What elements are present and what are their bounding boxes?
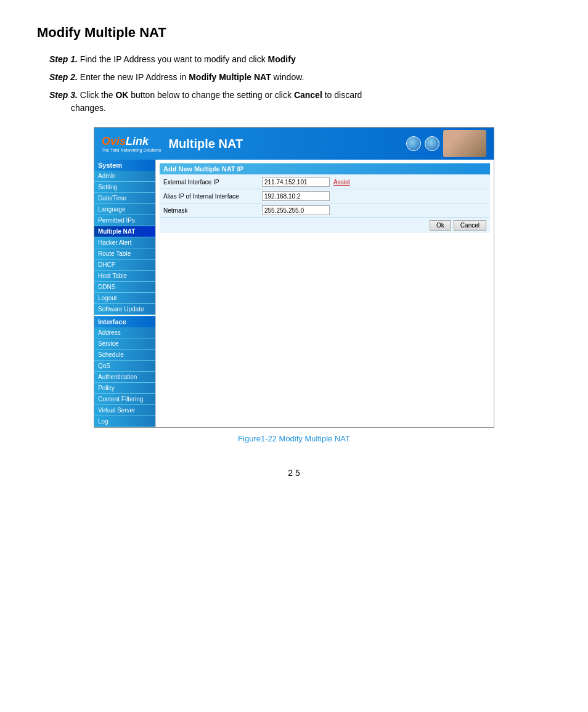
logo-link: Link (126, 135, 149, 147)
sidebar-interface-header: Interface (94, 316, 155, 327)
step-1: Step 1. Find the IP Address you want to … (49, 53, 551, 66)
steps-container: Step 1. Find the IP Address you want to … (37, 53, 551, 115)
step-3-label: Step 3. (49, 90, 78, 100)
router-header: OvisLink The Total Networking Solutions … (94, 128, 494, 160)
step-2-text: Enter the new IP Address in Modify Multi… (80, 72, 304, 82)
sidebar-item-datetime[interactable]: Date/Time (94, 193, 155, 204)
header-photo (443, 130, 486, 157)
sidebar-item-content-filtering[interactable]: Content Filtering (94, 394, 155, 405)
header-icons (406, 130, 486, 157)
form-row-alias-ip: Alias IP of Internal Interface (160, 189, 490, 203)
figure-container: OvisLink The Total Networking Solutions … (37, 127, 551, 443)
sidebar-item-dhcp[interactable]: DHCP (94, 260, 155, 271)
step-1-text: Find the IP Address you want to modify a… (80, 54, 296, 64)
sidebar-item-route-table[interactable]: Route Table (94, 248, 155, 260)
page-number: 2 5 (37, 468, 551, 478)
sidebar-item-permitted-ips[interactable]: Permitted IPs (94, 215, 155, 226)
figure-caption: Figure1-22 Modify Multiple NAT (238, 434, 350, 443)
page-title: Modify Multiple NAT (37, 25, 551, 41)
globe-icon-2 (425, 136, 439, 151)
globe-icon-1 (406, 136, 421, 151)
header-title: Multiple NAT (168, 137, 243, 151)
ok-button[interactable]: Ok (430, 220, 451, 231)
label-netmask: Netmask (163, 207, 262, 214)
label-alias-ip: Alias IP of Internal Interface (163, 193, 262, 200)
logo-subtext: The Total Networking Solutions (102, 148, 161, 152)
main-content: Add New Multiple NAT IP External Interfa… (156, 160, 494, 427)
step-3-text: Click the OK button below to change the … (49, 90, 362, 113)
ovislink-logo: OvisLink The Total Networking Solutions (102, 135, 161, 152)
sidebar-item-authentication[interactable]: Authentication (94, 372, 155, 383)
sidebar: System Admin Setting Date/Time Language … (94, 160, 156, 427)
button-row: Ok Cancel (160, 218, 490, 233)
input-netmask[interactable] (262, 205, 330, 215)
label-external-ip: External Interface IP (163, 179, 262, 186)
sidebar-item-multiple-nat[interactable]: Multiple NAT (94, 226, 155, 237)
logo-ovis: Ovis (102, 135, 126, 147)
sidebar-item-service[interactable]: Service (94, 338, 155, 350)
form-row-external-ip: External Interface IP Assist (160, 175, 490, 189)
router-ui: OvisLink The Total Networking Solutions … (94, 127, 494, 428)
form-section-title: Add New Multiple NAT IP (160, 163, 490, 174)
step-1-label: Step 1. (49, 54, 78, 64)
sidebar-item-admin[interactable]: Admin (94, 171, 155, 182)
sidebar-item-schedule[interactable]: Schedule (94, 350, 155, 361)
sidebar-item-virtual-server[interactable]: Virtual Server (94, 405, 155, 416)
router-body: System Admin Setting Date/Time Language … (94, 160, 494, 427)
sidebar-item-log[interactable]: Log (94, 416, 155, 427)
sidebar-item-software-update[interactable]: Software Update (94, 304, 155, 315)
cancel-button[interactable]: Cancel (454, 220, 486, 231)
step-2-label: Step 2. (49, 72, 78, 82)
sidebar-item-ddns[interactable]: DDNS (94, 282, 155, 293)
form-row-netmask: Netmask (160, 203, 490, 218)
sidebar-item-language[interactable]: Language (94, 204, 155, 215)
sidebar-item-address[interactable]: Address (94, 327, 155, 338)
sidebar-item-qos[interactable]: QoS (94, 361, 155, 372)
logo-text: OvisLink (102, 135, 161, 148)
step-3: Step 3. Click the OK button below to cha… (49, 89, 551, 115)
sidebar-item-logout[interactable]: Logout (94, 293, 155, 304)
sidebar-item-host-table[interactable]: Host Table (94, 271, 155, 282)
input-alias-ip[interactable] (262, 191, 330, 201)
assist-link[interactable]: Assist (333, 179, 350, 186)
step-2: Step 2. Enter the new IP Address in Modi… (49, 71, 551, 84)
sidebar-system-header: System (94, 160, 155, 171)
input-external-ip[interactable] (262, 177, 330, 187)
sidebar-item-hacker-alert[interactable]: Hacker Alert (94, 237, 155, 248)
sidebar-item-policy[interactable]: Policy (94, 383, 155, 394)
sidebar-item-setting[interactable]: Setting (94, 182, 155, 193)
